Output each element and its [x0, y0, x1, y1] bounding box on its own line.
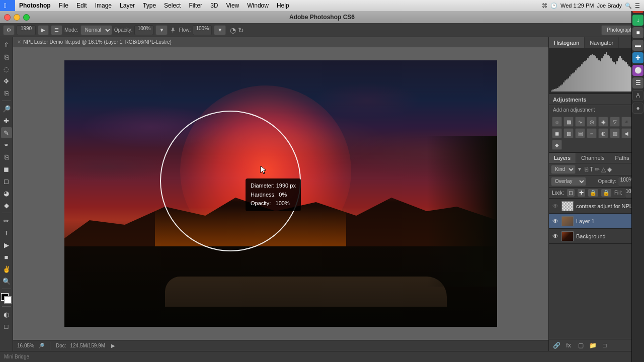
- menu-type[interactable]: Type: [139, 0, 160, 11]
- doc-info-arrow[interactable]: ▶: [111, 343, 115, 348]
- menu-view[interactable]: View: [222, 0, 243, 11]
- pen-tool[interactable]: ✏: [1, 215, 12, 226]
- layer-eye-layer1[interactable]: 👁: [552, 218, 559, 225]
- mode-select[interactable]: Normal: [80, 25, 112, 35]
- curves-btn[interactable]: ∿: [575, 117, 585, 127]
- exposure-btn[interactable]: ◎: [587, 117, 597, 127]
- lock-all-icon[interactable]: 🔒: [588, 189, 598, 197]
- lock-pixels-icon[interactable]: ◻: [567, 189, 575, 197]
- healing-tool[interactable]: ✚: [1, 115, 12, 126]
- maximize-button[interactable]: [23, 14, 30, 21]
- flow-btn[interactable]: ▼: [214, 25, 226, 35]
- channel-mixer-btn[interactable]: ▤: [575, 128, 585, 138]
- menu-layer[interactable]: Layer: [116, 0, 139, 11]
- tab-navigator[interactable]: Navigator: [585, 37, 619, 48]
- quick-select-tool[interactable]: ✥: [1, 75, 12, 86]
- brightness-contrast-btn[interactable]: ☼: [552, 117, 562, 127]
- brush-panel-btn[interactable]: ☰: [51, 25, 62, 35]
- panel-btn-6[interactable]: ⚪: [632, 65, 643, 76]
- bw-btn[interactable]: ◼: [552, 128, 562, 138]
- layer-filter-icon1[interactable]: ⎘: [585, 166, 588, 173]
- menu-image[interactable]: Image: [91, 0, 116, 11]
- brush-tool[interactable]: ✎: [1, 127, 12, 138]
- invert-btn[interactable]: ◐: [598, 128, 608, 138]
- eyedropper-tool[interactable]: 🔎: [1, 103, 12, 114]
- gradient-tool[interactable]: ◻: [1, 175, 12, 187]
- layer-eye-contrast[interactable]: 👁: [552, 203, 559, 210]
- panel-btn-5[interactable]: ✚: [632, 52, 643, 63]
- layer-filter-icon5[interactable]: ◆: [607, 166, 612, 173]
- brush-options-btn[interactable]: ▶: [38, 25, 49, 35]
- quick-mask-btn[interactable]: ◐: [1, 309, 12, 320]
- hand-tool[interactable]: ✌: [1, 263, 12, 275]
- layer-filter-icon3[interactable]: ✏: [595, 166, 600, 173]
- move-tool[interactable]: ⇧: [1, 39, 12, 50]
- add-mask-btn[interactable]: ▢: [576, 341, 585, 350]
- dodge-tool[interactable]: ◆: [1, 200, 12, 211]
- tab-channels[interactable]: Channels: [576, 153, 610, 163]
- menu-photoshop[interactable]: Photoshop: [15, 0, 55, 11]
- color-balance-btn[interactable]: ◾: [621, 117, 631, 127]
- crop-tool[interactable]: ⎘: [1, 87, 12, 99]
- minimize-button[interactable]: [14, 14, 20, 21]
- search-icon[interactable]: 🔍: [625, 3, 632, 9]
- flow-input[interactable]: 100%: [193, 25, 212, 35]
- history-tool[interactable]: ⎘: [1, 151, 12, 162]
- color-swatches[interactable]: [1, 293, 12, 304]
- menu-file[interactable]: File: [55, 0, 72, 11]
- apple-menu[interactable]: : [0, 0, 15, 11]
- blur-tool[interactable]: ◕: [1, 188, 12, 199]
- layer-item-background[interactable]: 👁 Background 🔒: [549, 229, 644, 244]
- layer-eye-background[interactable]: 👁: [552, 233, 559, 240]
- photo-filter-btn[interactable]: ▩: [564, 128, 574, 138]
- background-color[interactable]: [4, 296, 12, 304]
- menu-3d[interactable]: 3D: [206, 0, 222, 11]
- new-layer-btn[interactable]: □: [600, 341, 609, 350]
- opacity-input[interactable]: 100%: [134, 25, 153, 35]
- link-layers-btn[interactable]: 🔗: [552, 341, 561, 350]
- blend-mode-select[interactable]: Overlay: [551, 177, 586, 186]
- menu-help[interactable]: Help: [273, 0, 293, 11]
- menu-filter[interactable]: Filter: [185, 0, 206, 11]
- eraser-tool[interactable]: ◼: [1, 163, 12, 174]
- layer-filter-icon4[interactable]: △: [601, 166, 606, 173]
- color-lookup-btn[interactable]: ⎓: [587, 128, 597, 138]
- add-style-btn[interactable]: fx: [564, 341, 573, 350]
- lock-icon2[interactable]: 🔒: [601, 189, 611, 197]
- new-group-btn[interactable]: 📁: [588, 341, 597, 350]
- zoom-tool[interactable]: 🔍: [1, 276, 12, 287]
- layer-item-layer1[interactable]: 👁 Layer 1: [549, 214, 644, 229]
- threshold-btn[interactable]: ◀: [621, 128, 631, 138]
- levels-btn[interactable]: ▩: [564, 117, 574, 127]
- tab-histogram[interactable]: Histogram: [549, 37, 585, 48]
- posterize-btn[interactable]: ▩: [610, 128, 620, 138]
- menu-window[interactable]: Window: [243, 0, 273, 11]
- shape-tool[interactable]: ■: [1, 251, 12, 262]
- lasso-tool[interactable]: ◌: [1, 63, 12, 74]
- menu-select[interactable]: Select: [160, 0, 185, 11]
- text-tool[interactable]: T: [1, 227, 12, 238]
- panel-btn-3[interactable]: ■: [632, 37, 643, 38]
- close-button[interactable]: [4, 14, 11, 21]
- menu-edit[interactable]: Edit: [72, 0, 91, 11]
- path-select-tool[interactable]: ▶: [1, 239, 12, 250]
- list-icon[interactable]: ☰: [635, 3, 640, 9]
- brush-tool-btn[interactable]: ⚙: [3, 25, 15, 35]
- tab-layers[interactable]: Layers: [549, 153, 576, 163]
- panel-btn-7[interactable]: ☰: [632, 77, 643, 88]
- panel-btn-8[interactable]: A: [632, 90, 643, 101]
- selection-tool[interactable]: ⎘: [1, 51, 12, 62]
- canvas-container[interactable]: Diameter: 1990 px Hardness: 0% Opacity: …: [13, 47, 548, 340]
- layer-filter-icon2[interactable]: T: [590, 166, 593, 173]
- layer-kind-select[interactable]: Kind: [551, 165, 576, 174]
- close-tab-icon[interactable]: ✕: [17, 39, 21, 45]
- clone-tool[interactable]: ⚭: [1, 139, 12, 150]
- lock-move-icon[interactable]: ✚: [578, 189, 585, 197]
- layer-item-contrast[interactable]: 👁 contrast adjust for NPL: [549, 199, 644, 214]
- panel-btn-4[interactable]: ▬: [632, 40, 643, 51]
- hsl-btn[interactable]: ▽: [610, 117, 620, 127]
- vibrance-btn[interactable]: ◉: [598, 117, 608, 127]
- zoom-icon[interactable]: 🔎: [38, 343, 44, 348]
- screen-mode-btn[interactable]: □: [1, 321, 12, 332]
- panel-btn-9[interactable]: ●: [632, 103, 643, 114]
